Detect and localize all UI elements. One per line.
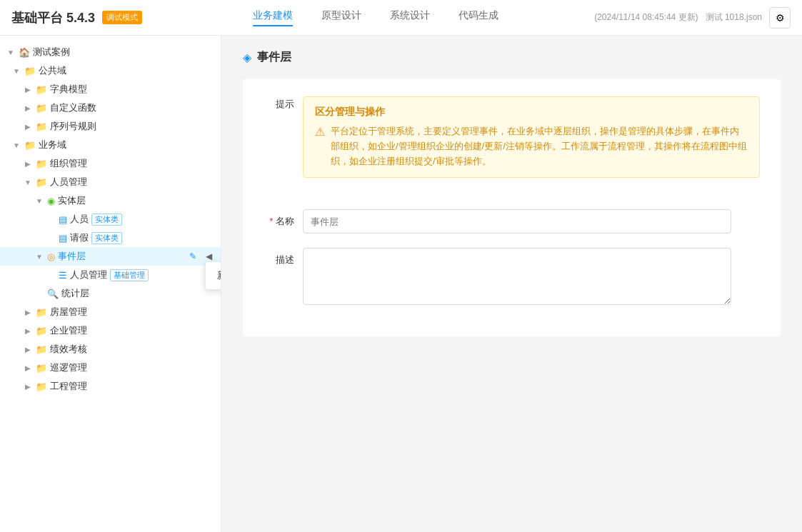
event-layer-wrap: ◎ 事件层 ✎ ◀ 新增事件向导 xyxy=(0,247,221,266)
debug-badge: 调试模式 xyxy=(102,11,142,24)
toggle-perf-eval[interactable] xyxy=(23,344,33,354)
header-right: (2024/11/14 08:45:44 更新) 测试 1018.json ⚙ xyxy=(594,7,791,29)
page-title-icon: ◈ xyxy=(243,51,251,64)
nav-item-business[interactable]: 业务建模 xyxy=(253,9,293,26)
folder-icon: 📁 xyxy=(36,307,47,318)
label-entity-layer: 实体层 xyxy=(58,194,86,207)
stats-icon: 🔍 xyxy=(47,288,59,299)
name-input[interactable] xyxy=(303,209,731,234)
main-nav: 业务建模 原型设计 系统设计 代码生成 xyxy=(156,9,594,26)
update-info: (2024/11/14 08:45:44 更新) xyxy=(594,11,698,24)
label-leave-entity: 请假 xyxy=(70,231,89,244)
label-enterprise-mgmt: 企业管理 xyxy=(50,324,87,337)
sidebar-item-dict-model[interactable]: 📁 字典模型 xyxy=(0,80,221,99)
label-public-domain: 公共域 xyxy=(39,64,66,77)
folder-icon: 📁 xyxy=(36,344,47,355)
hint-label: 提示 xyxy=(260,96,303,111)
label-custom-func: 自定义函数 xyxy=(50,101,96,114)
entity-icon: ◉ xyxy=(47,196,55,206)
toggle-custom-func[interactable] xyxy=(23,103,33,113)
sidebar-item-patrol-mgmt[interactable]: 📁 巡逻管理 xyxy=(0,358,221,377)
label-org-mgmt: 组织管理 xyxy=(50,157,87,170)
alert-title: 区分管理与操作 xyxy=(315,106,748,119)
toggle-staff-mgmt[interactable] xyxy=(23,177,33,187)
home-icon: 🏠 xyxy=(19,47,30,58)
label-test-case: 测试案例 xyxy=(33,46,70,59)
sidebar-item-staff-entity[interactable]: ▤ 人员 实体类 xyxy=(0,210,221,229)
event-icon: ◎ xyxy=(47,251,55,262)
tag-staff-event: 基础管理 xyxy=(110,269,149,281)
table-icon: ▤ xyxy=(59,214,67,225)
alert-box: 区分管理与操作 ⚠ 平台定位于管理系统，主要定义管理事件，在业务域中逐层组织，操… xyxy=(303,96,760,178)
toggle-biz-domain[interactable] xyxy=(11,140,21,150)
toggle-dict-model[interactable] xyxy=(23,84,33,94)
toggle-enterprise-mgmt[interactable] xyxy=(23,326,33,336)
nav-item-system[interactable]: 系统设计 xyxy=(390,9,430,26)
label-staff-mgmt: 人员管理 xyxy=(50,176,87,189)
label-seq-rule: 序列号规则 xyxy=(50,120,96,133)
label-stats-layer: 统计层 xyxy=(61,287,89,300)
header: 基础平台 5.4.3 调试模式 业务建模 原型设计 系统设计 代码生成 (202… xyxy=(0,0,802,36)
label-perf-eval: 绩效考核 xyxy=(50,343,87,356)
sidebar-item-custom-func[interactable]: 📁 自定义函数 xyxy=(0,99,221,117)
toggle-entity-layer[interactable] xyxy=(34,196,44,206)
folder-icon: 📁 xyxy=(24,66,36,76)
label-staff-entity: 人员 xyxy=(70,213,89,226)
page-title-row: ◈ 事件层 xyxy=(243,50,781,65)
sidebar-item-public-domain[interactable]: 📁 公共域 xyxy=(0,61,221,80)
sidebar-item-staff-mgmt[interactable]: 📁 人员管理 xyxy=(0,173,221,191)
context-menu: 新增事件向导 xyxy=(205,261,221,290)
layout: 🏠 测试案例 📁 公共域 📁 字典模型 📁 自定义函数 📁 序列号规则 xyxy=(0,36,802,532)
folder-icon: 📁 xyxy=(36,103,47,114)
sidebar-item-house-mgmt[interactable]: 📁 房屋管理 xyxy=(0,303,221,321)
form-section: 提示 区分管理与操作 ⚠ 平台定位于管理系统，主要定义管理事件，在业务域中逐层组… xyxy=(243,79,781,336)
sidebar-item-event-layer[interactable]: ◎ 事件层 ✎ ◀ xyxy=(0,247,221,266)
sidebar-item-eng-mgmt[interactable]: 📁 工程管理 xyxy=(0,377,221,396)
sidebar-item-test-case[interactable]: 🏠 测试案例 xyxy=(0,43,221,61)
toggle-seq-rule[interactable] xyxy=(23,121,33,131)
toggle-eng-mgmt[interactable] xyxy=(23,381,33,391)
name-row: 名称 xyxy=(260,209,763,234)
label-event-layer: 事件层 xyxy=(58,250,86,263)
sidebar-item-enterprise-mgmt[interactable]: 📁 企业管理 xyxy=(0,321,221,340)
label-eng-mgmt: 工程管理 xyxy=(50,380,87,393)
sidebar-item-biz-domain[interactable]: 📁 业务域 xyxy=(0,136,221,154)
toggle-org-mgmt[interactable] xyxy=(23,159,33,169)
sidebar-item-staff-event[interactable]: ☰ 人员管理 基础管理 xyxy=(0,266,221,284)
folder-icon: 📁 xyxy=(36,84,47,95)
sidebar-item-perf-eval[interactable]: 📁 绩效考核 xyxy=(0,340,221,358)
label-dict-model: 字典模型 xyxy=(50,83,87,96)
sidebar-item-entity-layer[interactable]: ◉ 实体层 xyxy=(0,191,221,210)
alert-text: 平台定位于管理系统，主要定义管理事件，在业务域中逐层组织，操作是管理的具体步骤，… xyxy=(331,124,748,169)
toggle-event-layer[interactable] xyxy=(34,251,44,261)
desc-row: 描述 xyxy=(260,248,763,305)
nav-item-codegen[interactable]: 代码生成 xyxy=(458,9,498,26)
warning-icon: ⚠ xyxy=(315,125,325,139)
sidebar: 🏠 测试案例 📁 公共域 📁 字典模型 📁 自定义函数 📁 序列号规则 xyxy=(0,36,221,532)
label-staff-event: 人员管理 xyxy=(70,268,107,281)
folder-icon: 📁 xyxy=(36,159,47,169)
app-title: 基础平台 5.4.3 xyxy=(11,9,95,26)
sidebar-item-leave-entity[interactable]: ▤ 请假 实体类 xyxy=(0,229,221,247)
add-event-wizard[interactable]: 新增事件向导 xyxy=(206,265,221,286)
toggle-patrol-mgmt[interactable] xyxy=(23,363,33,373)
desc-label: 描述 xyxy=(260,248,303,266)
desc-textarea[interactable] xyxy=(303,248,731,305)
sidebar-item-stats-layer[interactable]: 🔍 统计层 xyxy=(0,284,221,303)
toggle-public-domain[interactable] xyxy=(11,66,21,76)
sidebar-item-seq-rule[interactable]: 📁 序列号规则 xyxy=(0,117,221,136)
mgmt-icon: ☰ xyxy=(59,270,67,281)
folder-icon: 📁 xyxy=(36,326,47,336)
toggle-house-mgmt[interactable] xyxy=(23,307,33,317)
settings-button[interactable]: ⚙ xyxy=(769,7,791,29)
label-biz-domain: 业务域 xyxy=(39,139,66,151)
tag-leave-entity: 实体类 xyxy=(91,232,122,244)
toggle-test-case[interactable] xyxy=(6,47,16,57)
name-label: 名称 xyxy=(260,209,303,228)
edit-icon[interactable]: ✎ xyxy=(186,250,199,263)
page-title: 事件层 xyxy=(257,50,291,65)
tag-staff-entity: 实体类 xyxy=(91,214,122,226)
nav-item-prototype[interactable]: 原型设计 xyxy=(321,9,361,26)
label-house-mgmt: 房屋管理 xyxy=(50,306,87,318)
sidebar-item-org-mgmt[interactable]: 📁 组织管理 xyxy=(0,154,221,173)
